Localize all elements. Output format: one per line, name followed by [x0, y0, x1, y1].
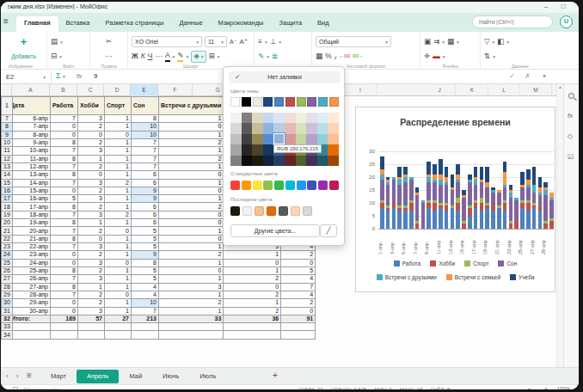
cell[interactable]: 1: [78, 155, 105, 162]
insert-cells-icon[interactable]: ⇉: [433, 36, 439, 47]
menu-tab[interactable]: Макрокоманды: [211, 16, 272, 32]
header-cell[interactable]: Хобби: [78, 97, 105, 115]
cell[interactable]: 1: [105, 235, 132, 242]
cut-icon[interactable]: ✂: [106, 36, 112, 47]
standard-color-swatch[interactable]: [253, 181, 262, 190]
print-icon[interactable]: ⊟: [51, 51, 57, 62]
row-number[interactable]: 13: [2, 162, 13, 170]
cell[interactable]: 10: [132, 299, 159, 307]
cell[interactable]: 0: [105, 227, 132, 235]
shade-color-swatch[interactable]: [306, 123, 317, 133]
cell[interactable]: 7: [51, 243, 78, 251]
cell[interactable]: 8: [51, 203, 78, 211]
shade-color-swatch[interactable]: [230, 123, 242, 133]
row-number[interactable]: 12: [2, 155, 13, 162]
font-color-dropdown[interactable]: ▾: [173, 54, 175, 59]
standard-color-swatch[interactable]: [230, 181, 240, 190]
borders-dropdown[interactable]: ▾: [218, 54, 220, 59]
add-sheet-button[interactable]: +: [273, 371, 278, 380]
cell[interactable]: 1: [159, 115, 224, 123]
cell[interactable]: 0: [224, 283, 281, 291]
increase-decimal-button[interactable]: 00→: [353, 51, 364, 62]
shade-color-swatch[interactable]: [273, 156, 285, 166]
maximize-button[interactable]: □: [556, 2, 570, 12]
shade-color-swatch[interactable]: [296, 123, 307, 133]
cell[interactable]: 19-апр: [13, 219, 51, 227]
stacked-bar[interactable]: [403, 167, 408, 229]
highlight-dropdown[interactable]: ▾: [186, 54, 188, 59]
cell[interactable]: 1: [159, 307, 224, 315]
cell[interactable]: 2: [105, 179, 132, 187]
sheet-tab[interactable]: Апрель: [77, 370, 119, 383]
shade-color-swatch[interactable]: [306, 113, 317, 123]
column-header-E[interactable]: E: [131, 84, 158, 96]
row-number[interactable]: 29: [2, 291, 13, 298]
row-number[interactable]: 15: [2, 179, 13, 187]
hamburger-menu-icon[interactable]: ≡: [3, 16, 9, 26]
cell[interactable]: 5: [281, 266, 316, 274]
cell[interactable]: 8: [51, 283, 78, 291]
cell[interactable]: 7: [51, 147, 78, 155]
menu-tab[interactable]: Данные: [171, 16, 210, 32]
menu-tab[interactable]: Главная: [16, 16, 58, 32]
row-number[interactable]: 18: [2, 203, 13, 211]
cell[interactable]: 26-апр: [13, 275, 51, 283]
recent-color-swatch[interactable]: [279, 206, 288, 216]
conditional-format-icon[interactable]: ◧: [497, 36, 504, 47]
cell[interactable]: [132, 323, 159, 331]
shade-color-swatch[interactable]: [242, 123, 253, 133]
recent-color-swatch[interactable]: [255, 206, 264, 216]
theme-color-swatch[interactable]: [318, 97, 328, 107]
stacked-bar[interactable]: [397, 167, 402, 229]
cell[interactable]: 6-апр: [13, 115, 51, 123]
theme-color-swatch[interactable]: [274, 97, 284, 107]
shade-color-swatch[interactable]: [328, 156, 339, 166]
functions-panel-icon[interactable]: fx: [568, 112, 573, 119]
cell[interactable]: [78, 323, 105, 331]
shade-color-swatch[interactable]: [230, 113, 242, 123]
stacked-bar[interactable]: [514, 198, 519, 229]
shade-color-swatch[interactable]: [252, 156, 263, 166]
cell[interactable]: [78, 331, 105, 339]
more-edit-icon[interactable]: ⋯: [105, 51, 113, 62]
percent-format-button[interactable]: %: [325, 51, 332, 62]
cell[interactable]: 11-апр: [13, 155, 51, 162]
total-cell[interactable]: 36: [224, 315, 281, 322]
cell[interactable]: 2: [78, 162, 105, 170]
shade-color-swatch[interactable]: [263, 144, 274, 155]
cell[interactable]: 22-апр: [13, 243, 51, 251]
bold-button[interactable]: Ж: [132, 51, 138, 62]
stacked-bar[interactable]: [451, 175, 455, 229]
cell[interactable]: [105, 323, 132, 331]
cell[interactable]: [105, 331, 132, 339]
theme-color-swatch[interactable]: [285, 97, 295, 107]
cell[interactable]: 7: [132, 162, 159, 170]
sort-icon[interactable]: ⇅: [484, 51, 490, 62]
search-panel-icon[interactable]: [568, 93, 574, 99]
cell[interactable]: 3: [159, 283, 224, 291]
shade-color-swatch[interactable]: [252, 134, 263, 144]
cell[interactable]: 1: [105, 243, 132, 251]
shade-color-swatch[interactable]: [242, 156, 253, 166]
cell[interactable]: 8: [51, 171, 78, 179]
cell[interactable]: 14-апр: [13, 179, 51, 187]
row-number[interactable]: 30: [2, 299, 13, 307]
formula-input[interactable]: 9: [94, 72, 97, 80]
chart-panel[interactable]: Распределение времени 0510152025301-апр3…: [355, 107, 555, 292]
cell[interactable]: 1: [105, 283, 132, 291]
cell[interactable]: 1: [105, 251, 132, 259]
cell[interactable]: 7: [132, 155, 159, 162]
cell[interactable]: 0: [51, 259, 78, 266]
cell[interactable]: 2: [281, 299, 316, 307]
cell[interactable]: 0: [159, 211, 224, 218]
cell[interactable]: 0: [51, 187, 78, 194]
cell[interactable]: 7: [51, 115, 78, 123]
cell[interactable]: 7-апр: [13, 123, 51, 131]
cell[interactable]: 2: [78, 251, 105, 259]
recent-color-swatch[interactable]: [291, 206, 300, 216]
cell[interactable]: 2: [78, 266, 105, 274]
sheet-tab[interactable]: Май: [119, 370, 152, 383]
total-cell[interactable]: 33: [159, 315, 224, 322]
stacked-bar[interactable]: [392, 177, 396, 229]
checks-panel-icon[interactable]: ☑: [568, 153, 574, 161]
